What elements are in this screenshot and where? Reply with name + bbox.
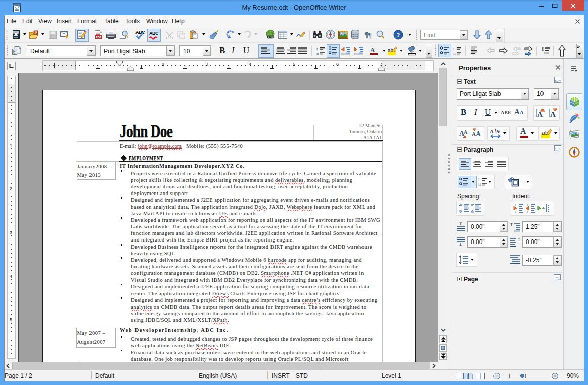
svg-text:ABC: ABC	[149, 31, 159, 36]
svg-text:I: I	[542, 47, 544, 52]
svg-text:I: I	[316, 47, 318, 51]
svg-text:A: A	[490, 128, 494, 134]
svg-text:A: A	[464, 129, 468, 135]
svg-text:A: A	[550, 110, 556, 118]
svg-text:II: II	[316, 52, 319, 55]
svg-text:II: II	[453, 52, 456, 55]
svg-text:I: I	[478, 178, 480, 182]
svg-text:A: A	[472, 131, 476, 137]
svg-text:ABC: ABC	[135, 30, 145, 35]
svg-text:II: II	[478, 182, 481, 186]
svg-text:?: ?	[397, 31, 400, 39]
svg-text:V: V	[496, 128, 501, 134]
svg-text:¶: ¶	[368, 31, 372, 39]
svg-text:A: A	[476, 130, 481, 138]
svg-text:A: A	[370, 46, 375, 54]
svg-text:PDF: PDF	[96, 36, 102, 39]
svg-text:I: I	[453, 47, 455, 51]
svg-text:ab: ab	[388, 47, 394, 53]
